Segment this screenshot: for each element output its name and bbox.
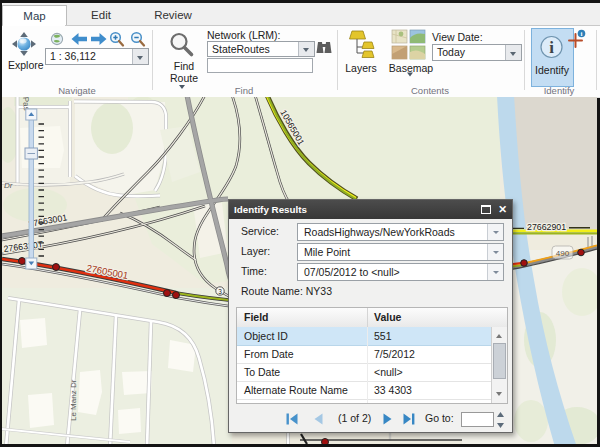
svg-text:3: 3 bbox=[218, 288, 222, 295]
svg-text:Le Manz Dr: Le Manz Dr bbox=[69, 379, 78, 421]
svg-text:27662901: 27662901 bbox=[527, 222, 566, 232]
svg-text:i: i bbox=[549, 38, 554, 57]
svg-text:Dr: Dr bbox=[4, 181, 13, 190]
svg-text:490: 490 bbox=[556, 249, 570, 258]
svg-text:i: i bbox=[581, 30, 583, 38]
